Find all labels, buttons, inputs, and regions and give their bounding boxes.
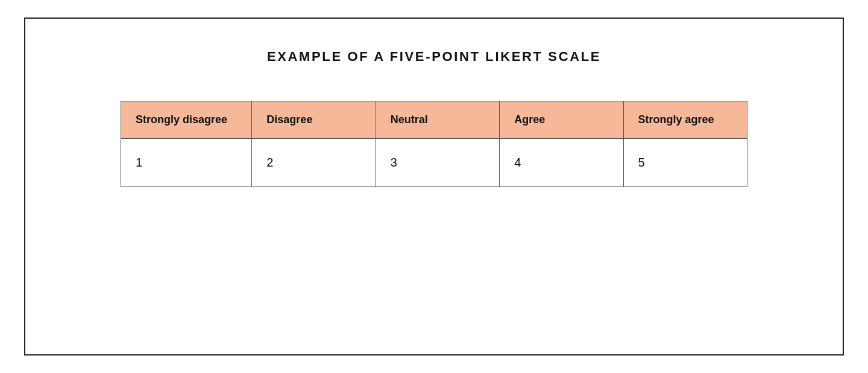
table-header-0: Strongly disagree (121, 101, 252, 139)
table-cell-0-4: 5 (623, 139, 747, 187)
table-header-3: Agree (500, 101, 623, 139)
likert-table: Strongly disagreeDisagreeNeutralAgreeStr… (121, 101, 747, 187)
table-header-2: Neutral (376, 101, 499, 139)
table-cell-0-1: 2 (252, 139, 376, 187)
table-cell-0-3: 4 (500, 139, 623, 187)
table-cell-0-0: 1 (121, 139, 252, 187)
table-row-0: 12345 (121, 139, 747, 187)
outer-frame: EXAMPLE OF A FIVE-POINT LIKERT SCALE Str… (24, 18, 844, 355)
page-title: EXAMPLE OF A FIVE-POINT LIKERT SCALE (267, 49, 601, 65)
table-header-1: Disagree (252, 101, 376, 139)
table-header-4: Strongly agree (623, 101, 747, 139)
table-header-row: Strongly disagreeDisagreeNeutralAgreeStr… (121, 101, 747, 139)
table-cell-0-2: 3 (376, 139, 499, 187)
